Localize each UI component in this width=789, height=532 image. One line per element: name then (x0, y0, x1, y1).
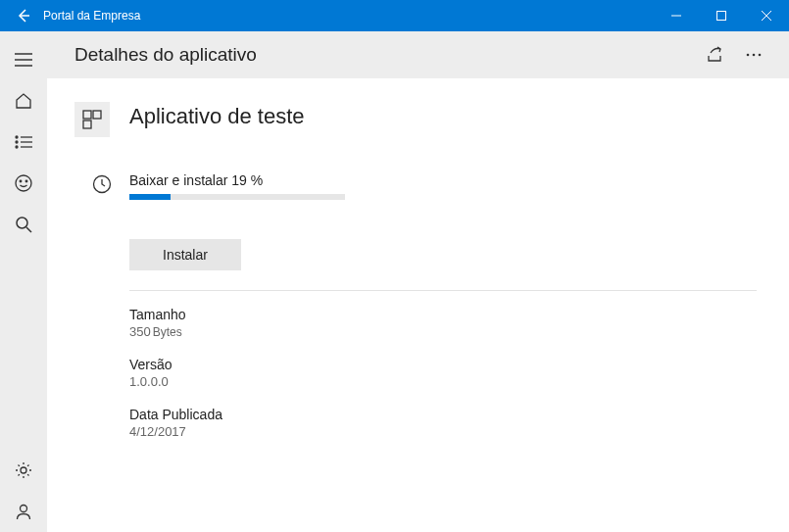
share-button[interactable] (695, 35, 734, 74)
progress-fill (129, 194, 171, 200)
sidebar-item-settings[interactable] (0, 450, 47, 491)
install-section: Instalar (129, 239, 762, 270)
svg-point-7 (16, 136, 18, 138)
svg-rect-24 (93, 111, 101, 119)
published-label: Data Publicada (129, 407, 762, 422)
version-label: Versão (129, 357, 762, 372)
sidebar (0, 31, 47, 532)
status-label: Baixar e instalar (129, 172, 227, 188)
svg-rect-25 (83, 121, 91, 128)
progress-bar (129, 194, 345, 200)
svg-point-19 (21, 506, 27, 512)
sidebar-item-apps[interactable] (0, 121, 47, 163)
svg-point-15 (25, 180, 27, 182)
window-title: Portal da Empresa (39, 9, 654, 23)
svg-point-16 (17, 218, 27, 228)
app-icon-tile (74, 102, 110, 137)
minimize-button[interactable] (654, 0, 699, 31)
svg-point-20 (747, 54, 750, 57)
maximize-button[interactable] (699, 0, 744, 31)
metadata-section: Tamanho 350Bytes Versão 1.0.0.0 Data Pub… (129, 307, 762, 439)
progress-suffix: % (251, 172, 263, 188)
svg-point-22 (759, 54, 762, 57)
sidebar-item-feedback[interactable] (0, 163, 47, 204)
home-icon (15, 92, 32, 110)
svg-point-14 (20, 180, 22, 182)
size-value: 350Bytes (129, 324, 762, 339)
more-icon (746, 53, 762, 57)
hamburger-icon (15, 53, 32, 67)
main-area: Detalhes do aplicativo Aplicativo de tes… (47, 31, 789, 532)
progress-value: 19 (231, 172, 247, 188)
app-name: Aplicativo de teste (129, 104, 305, 129)
maximize-icon (716, 11, 726, 21)
published-value: 4/12/2017 (129, 424, 762, 439)
share-icon (705, 45, 724, 65)
meta-size: Tamanho 350Bytes (129, 307, 762, 339)
meta-published: Data Publicada 4/12/2017 (129, 407, 762, 439)
window-controls (654, 0, 789, 31)
sidebar-spacer (0, 245, 47, 450)
status-block: Baixar e instalar 19 % (92, 172, 762, 200)
back-arrow-icon (16, 8, 31, 24)
version-value: 1.0.0.0 (129, 374, 762, 389)
meta-version: Versão 1.0.0.0 (129, 357, 762, 389)
clock-icon (92, 174, 112, 194)
back-button[interactable] (8, 8, 39, 24)
sidebar-item-profile[interactable] (0, 491, 47, 532)
install-status-text: Baixar e instalar 19 % (129, 172, 762, 188)
status-area: Baixar e instalar 19 % (129, 172, 762, 200)
minimize-icon (671, 11, 681, 21)
app-placeholder-icon (82, 110, 102, 129)
svg-line-17 (26, 227, 31, 232)
page-header: Detalhes do aplicativo (47, 31, 789, 78)
install-button[interactable]: Instalar (129, 239, 241, 270)
app-shell: Detalhes do aplicativo Aplicativo de tes… (0, 31, 789, 532)
page-title: Detalhes do aplicativo (74, 44, 695, 66)
smiley-icon (15, 174, 32, 192)
list-icon (15, 135, 32, 149)
more-button[interactable] (734, 35, 773, 74)
app-header-row: Aplicativo de teste (74, 102, 762, 137)
gear-icon (15, 461, 32, 479)
person-icon (15, 503, 32, 520)
search-icon (15, 216, 32, 233)
titlebar: Portal da Empresa (0, 0, 789, 31)
svg-point-18 (21, 467, 26, 473)
content-area: Aplicativo de teste Baixar e instalar 19… (47, 78, 789, 532)
close-button[interactable] (744, 0, 789, 31)
svg-point-21 (753, 54, 756, 57)
sidebar-item-home[interactable] (0, 80, 47, 121)
divider (129, 290, 757, 291)
close-icon (762, 11, 771, 21)
svg-point-13 (16, 175, 31, 191)
svg-rect-23 (83, 111, 91, 119)
size-label: Tamanho (129, 307, 762, 322)
sidebar-item-search[interactable] (0, 204, 47, 245)
svg-point-9 (16, 141, 18, 143)
svg-rect-1 (717, 12, 726, 21)
hamburger-button[interactable] (0, 39, 47, 80)
svg-point-11 (16, 146, 18, 148)
